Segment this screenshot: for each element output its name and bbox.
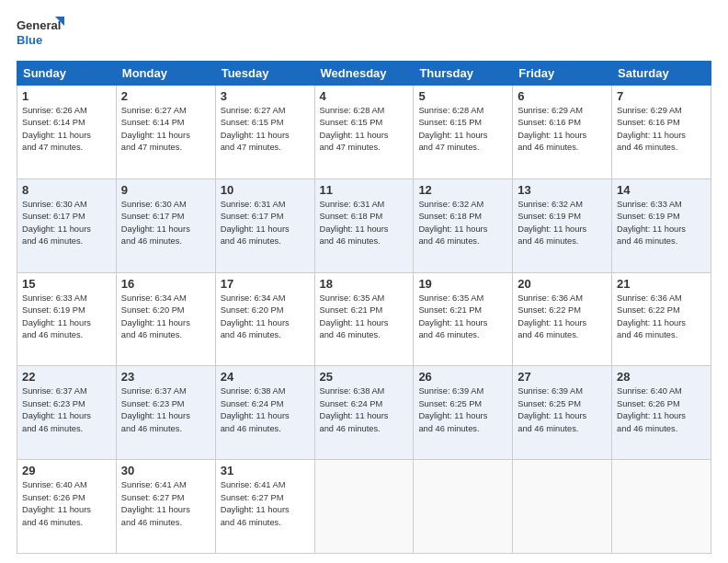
day-info: Sunrise: 6:36 AM Sunset: 6:22 PM Dayligh… xyxy=(518,293,607,342)
calendar-cell: 7Sunrise: 6:29 AM Sunset: 6:16 PM Daylig… xyxy=(612,86,711,179)
day-number: 28 xyxy=(617,370,706,384)
page: General Blue SundayMondayTuesdayWednesda… xyxy=(0,0,728,563)
day-number: 19 xyxy=(418,277,507,291)
day-number: 15 xyxy=(22,277,111,291)
svg-text:Blue: Blue xyxy=(17,33,42,47)
day-number: 16 xyxy=(121,277,210,291)
day-number: 22 xyxy=(22,370,111,384)
day-number: 30 xyxy=(121,464,210,477)
day-info: Sunrise: 6:31 AM Sunset: 6:18 PM Dayligh… xyxy=(320,199,409,248)
calendar-cell: 12Sunrise: 6:32 AM Sunset: 6:18 PM Dayli… xyxy=(414,178,513,272)
calendar-cell: 1Sunrise: 6:26 AM Sunset: 6:14 PM Daylig… xyxy=(17,86,117,179)
calendar-cell: 27Sunrise: 6:39 AM Sunset: 6:25 PM Dayli… xyxy=(513,366,612,460)
day-number: 24 xyxy=(221,370,310,384)
day-number: 18 xyxy=(320,277,409,291)
day-number: 29 xyxy=(22,464,111,477)
day-number: 9 xyxy=(121,183,210,197)
day-info: Sunrise: 6:28 AM Sunset: 6:15 PM Dayligh… xyxy=(418,105,507,155)
calendar-cell: 28Sunrise: 6:40 AM Sunset: 6:26 PM Dayli… xyxy=(612,366,711,460)
day-number: 6 xyxy=(518,89,607,103)
day-info: Sunrise: 6:36 AM Sunset: 6:22 PM Dayligh… xyxy=(617,293,706,342)
day-info: Sunrise: 6:33 AM Sunset: 6:19 PM Dayligh… xyxy=(617,199,706,248)
calendar-cell xyxy=(314,460,414,554)
calendar-week-row: 29Sunrise: 6:40 AM Sunset: 6:26 PM Dayli… xyxy=(17,460,711,554)
day-number: 31 xyxy=(221,464,310,477)
calendar-cell: 15Sunrise: 6:33 AM Sunset: 6:19 PM Dayli… xyxy=(17,272,117,366)
logo-svg: General Blue xyxy=(17,17,64,52)
day-info: Sunrise: 6:29 AM Sunset: 6:16 PM Dayligh… xyxy=(518,105,607,155)
day-info: Sunrise: 6:29 AM Sunset: 6:16 PM Dayligh… xyxy=(617,105,706,155)
calendar-cell: 29Sunrise: 6:40 AM Sunset: 6:26 PM Dayli… xyxy=(17,460,117,554)
calendar-cell: 4Sunrise: 6:28 AM Sunset: 6:15 PM Daylig… xyxy=(314,86,414,179)
calendar-cell: 26Sunrise: 6:39 AM Sunset: 6:25 PM Dayli… xyxy=(414,366,513,460)
day-number: 10 xyxy=(221,183,310,197)
day-info: Sunrise: 6:35 AM Sunset: 6:21 PM Dayligh… xyxy=(418,293,507,342)
day-number: 21 xyxy=(617,277,706,291)
calendar-cell: 21Sunrise: 6:36 AM Sunset: 6:22 PM Dayli… xyxy=(612,272,711,366)
calendar-cell xyxy=(612,460,711,554)
calendar-cell: 13Sunrise: 6:32 AM Sunset: 6:19 PM Dayli… xyxy=(513,178,612,272)
calendar-cell: 24Sunrise: 6:38 AM Sunset: 6:24 PM Dayli… xyxy=(215,366,314,460)
day-info: Sunrise: 6:26 AM Sunset: 6:14 PM Dayligh… xyxy=(22,105,111,155)
day-info: Sunrise: 6:28 AM Sunset: 6:15 PM Dayligh… xyxy=(320,105,409,155)
calendar-week-row: 22Sunrise: 6:37 AM Sunset: 6:23 PM Dayli… xyxy=(17,366,711,460)
calendar-cell xyxy=(414,460,513,554)
day-number: 3 xyxy=(221,89,310,103)
day-number: 11 xyxy=(320,183,409,197)
calendar-week-row: 8Sunrise: 6:30 AM Sunset: 6:17 PM Daylig… xyxy=(17,178,711,272)
calendar-cell: 31Sunrise: 6:41 AM Sunset: 6:27 PM Dayli… xyxy=(215,460,314,554)
day-number: 12 xyxy=(418,183,507,197)
day-info: Sunrise: 6:32 AM Sunset: 6:19 PM Dayligh… xyxy=(518,199,607,248)
calendar-cell: 11Sunrise: 6:31 AM Sunset: 6:18 PM Dayli… xyxy=(314,178,414,272)
calendar-cell: 22Sunrise: 6:37 AM Sunset: 6:23 PM Dayli… xyxy=(17,366,117,460)
calendar-day-header: Wednesday xyxy=(314,62,414,86)
day-info: Sunrise: 6:37 AM Sunset: 6:23 PM Dayligh… xyxy=(121,385,210,435)
day-info: Sunrise: 6:32 AM Sunset: 6:18 PM Dayligh… xyxy=(418,199,507,248)
calendar-week-row: 1Sunrise: 6:26 AM Sunset: 6:14 PM Daylig… xyxy=(17,86,711,179)
logo: General Blue xyxy=(17,17,64,52)
day-info: Sunrise: 6:35 AM Sunset: 6:21 PM Dayligh… xyxy=(320,293,409,342)
calendar-cell: 23Sunrise: 6:37 AM Sunset: 6:23 PM Dayli… xyxy=(116,366,215,460)
calendar-cell: 8Sunrise: 6:30 AM Sunset: 6:17 PM Daylig… xyxy=(17,178,117,272)
calendar-cell: 2Sunrise: 6:27 AM Sunset: 6:14 PM Daylig… xyxy=(116,86,215,179)
calendar-cell: 25Sunrise: 6:38 AM Sunset: 6:24 PM Dayli… xyxy=(314,366,414,460)
day-info: Sunrise: 6:40 AM Sunset: 6:26 PM Dayligh… xyxy=(617,385,706,435)
day-info: Sunrise: 6:39 AM Sunset: 6:25 PM Dayligh… xyxy=(518,385,607,435)
day-number: 13 xyxy=(518,183,607,197)
day-number: 23 xyxy=(121,370,210,384)
day-info: Sunrise: 6:38 AM Sunset: 6:24 PM Dayligh… xyxy=(320,385,409,435)
calendar-cell: 19Sunrise: 6:35 AM Sunset: 6:21 PM Dayli… xyxy=(414,272,513,366)
day-info: Sunrise: 6:38 AM Sunset: 6:24 PM Dayligh… xyxy=(221,385,310,435)
calendar-cell: 30Sunrise: 6:41 AM Sunset: 6:27 PM Dayli… xyxy=(116,460,215,554)
calendar-day-header: Monday xyxy=(116,62,215,86)
day-number: 20 xyxy=(518,277,607,291)
calendar-day-header: Friday xyxy=(513,62,612,86)
day-number: 14 xyxy=(617,183,706,197)
calendar-week-row: 15Sunrise: 6:33 AM Sunset: 6:19 PM Dayli… xyxy=(17,272,711,366)
calendar-cell: 6Sunrise: 6:29 AM Sunset: 6:16 PM Daylig… xyxy=(513,86,612,179)
day-info: Sunrise: 6:34 AM Sunset: 6:20 PM Dayligh… xyxy=(121,293,210,342)
calendar-table: SundayMondayTuesdayWednesdayThursdayFrid… xyxy=(17,61,711,554)
calendar-cell: 9Sunrise: 6:30 AM Sunset: 6:17 PM Daylig… xyxy=(116,178,215,272)
day-info: Sunrise: 6:27 AM Sunset: 6:14 PM Dayligh… xyxy=(121,105,210,155)
day-info: Sunrise: 6:34 AM Sunset: 6:20 PM Dayligh… xyxy=(221,293,310,342)
calendar-cell: 20Sunrise: 6:36 AM Sunset: 6:22 PM Dayli… xyxy=(513,272,612,366)
calendar-cell: 10Sunrise: 6:31 AM Sunset: 6:17 PM Dayli… xyxy=(215,178,314,272)
calendar-cell: 5Sunrise: 6:28 AM Sunset: 6:15 PM Daylig… xyxy=(414,86,513,179)
calendar-cell: 14Sunrise: 6:33 AM Sunset: 6:19 PM Dayli… xyxy=(612,178,711,272)
day-number: 25 xyxy=(320,370,409,384)
header: General Blue xyxy=(17,17,711,52)
calendar-day-header: Thursday xyxy=(414,62,513,86)
calendar-cell: 17Sunrise: 6:34 AM Sunset: 6:20 PM Dayli… xyxy=(215,272,314,366)
day-number: 26 xyxy=(418,370,507,384)
day-info: Sunrise: 6:27 AM Sunset: 6:15 PM Dayligh… xyxy=(221,105,310,155)
day-number: 17 xyxy=(221,277,310,291)
svg-text:General: General xyxy=(17,18,61,32)
day-info: Sunrise: 6:37 AM Sunset: 6:23 PM Dayligh… xyxy=(22,385,111,435)
calendar-cell xyxy=(513,460,612,554)
calendar-cell: 3Sunrise: 6:27 AM Sunset: 6:15 PM Daylig… xyxy=(215,86,314,179)
calendar-day-header: Saturday xyxy=(612,62,711,86)
day-info: Sunrise: 6:30 AM Sunset: 6:17 PM Dayligh… xyxy=(121,199,210,248)
calendar-header-row: SundayMondayTuesdayWednesdayThursdayFrid… xyxy=(17,62,711,86)
day-info: Sunrise: 6:39 AM Sunset: 6:25 PM Dayligh… xyxy=(418,385,507,435)
